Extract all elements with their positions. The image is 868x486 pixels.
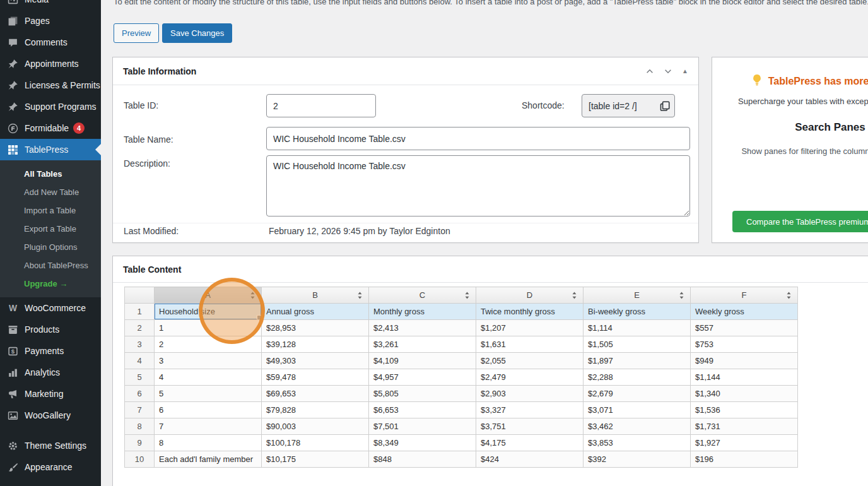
column-header-D[interactable]: D: [476, 287, 584, 304]
grid-cell-F6[interactable]: $1,340: [691, 386, 798, 402]
grid-corner-cell[interactable]: [125, 287, 155, 304]
grid-cell-D8[interactable]: $3,751: [476, 418, 584, 435]
sidebar-item-appointments[interactable]: Appointments: [0, 53, 101, 74]
grid-cell-A1[interactable]: Household size: [155, 304, 262, 320]
grid-cell-F9[interactable]: $1,927: [691, 435, 798, 451]
grid-cell-D4[interactable]: $2,055: [476, 353, 584, 369]
submenu-item-upgrade[interactable]: Upgrade →: [0, 275, 101, 293]
grid-cell-A7[interactable]: 6: [155, 402, 262, 418]
sort-icon[interactable]: [572, 291, 577, 299]
sort-icon[interactable]: [464, 291, 470, 299]
grid-cell-B9[interactable]: $100,178: [262, 435, 369, 451]
preview-button[interactable]: Preview: [114, 23, 159, 43]
grid-cell-A2[interactable]: 1: [155, 320, 262, 336]
grid-cell-F5[interactable]: $1,144: [691, 369, 798, 386]
grid-cell-B8[interactable]: $90,003: [262, 418, 369, 435]
grid-cell-C8[interactable]: $7,501: [369, 418, 476, 435]
sort-icon[interactable]: [250, 291, 255, 299]
grid-cell-B3[interactable]: $39,128: [262, 336, 369, 353]
sort-icon[interactable]: [357, 291, 363, 299]
submenu-item-import-a-table[interactable]: Import a Table: [0, 201, 101, 220]
sort-icon[interactable]: [786, 291, 792, 299]
grid-cell-C5[interactable]: $4,957: [369, 369, 476, 386]
sidebar-item-comments[interactable]: Comments: [0, 32, 101, 53]
move-down-icon[interactable]: [664, 67, 672, 76]
grid-cell-C2[interactable]: $2,413: [369, 320, 476, 336]
row-header-2[interactable]: 2: [125, 320, 155, 336]
table-content-header[interactable]: Table Content: [113, 256, 868, 283]
grid-cell-F2[interactable]: $557: [691, 320, 798, 336]
row-header-10[interactable]: 10: [125, 451, 155, 468]
column-header-C[interactable]: C: [369, 287, 476, 304]
grid-cell-C7[interactable]: $6,653: [369, 402, 476, 418]
sidebar-item-tablepress[interactable]: TablePress: [0, 139, 101, 160]
row-header-6[interactable]: 6: [125, 386, 155, 402]
row-header-9[interactable]: 9: [125, 435, 155, 451]
grid-cell-E2[interactable]: $1,114: [584, 320, 691, 336]
column-header-B[interactable]: B: [262, 287, 369, 304]
move-up-icon[interactable]: [645, 67, 654, 76]
submenu-item-about-tablepress[interactable]: About TablePress: [0, 256, 101, 275]
grid-cell-E9[interactable]: $3,853: [584, 435, 691, 451]
grid-cell-E8[interactable]: $3,462: [584, 418, 691, 435]
submenu-item-all-tables[interactable]: All Tables: [0, 165, 101, 183]
grid-cell-C4[interactable]: $4,109: [369, 353, 476, 369]
grid-cell-D2[interactable]: $1,207: [476, 320, 584, 336]
sidebar-item-analytics[interactable]: Analytics: [0, 362, 101, 383]
row-header-4[interactable]: 4: [125, 353, 155, 369]
grid-cell-A10[interactable]: Each add'l family member: [155, 451, 262, 468]
submenu-item-plugin-options[interactable]: Plugin Options: [0, 238, 101, 256]
collapse-panel-icon[interactable]: ▲: [682, 68, 688, 74]
grid-cell-A9[interactable]: 8: [155, 435, 262, 451]
save-changes-button[interactable]: Save Changes: [162, 23, 232, 43]
grid-cell-A8[interactable]: 7: [155, 418, 262, 435]
grid-cell-C9[interactable]: $8,349: [369, 435, 476, 451]
sidebar-item-formidable[interactable]: Formidable4: [0, 117, 101, 139]
table-name-field[interactable]: [266, 127, 690, 150]
compare-premium-button[interactable]: Compare the TablePress premium versions: [732, 211, 868, 232]
grid-cell-B10[interactable]: $10,175: [262, 451, 369, 468]
sidebar-item-woogallery[interactable]: WooGallery: [0, 405, 101, 426]
column-header-E[interactable]: E: [584, 287, 691, 304]
submenu-item-export-a-table[interactable]: Export a Table: [0, 220, 101, 238]
grid-cell-A6[interactable]: 5: [155, 386, 262, 402]
grid-cell-E3[interactable]: $1,505: [584, 336, 691, 353]
grid-cell-C6[interactable]: $5,805: [369, 386, 476, 402]
sidebar-item-pages[interactable]: Pages: [0, 10, 101, 32]
fill-handle[interactable]: [257, 315, 261, 319]
grid-cell-A4[interactable]: 3: [155, 353, 262, 369]
grid-cell-B1[interactable]: Annual gross: [262, 304, 369, 320]
grid-cell-A3[interactable]: 2: [155, 336, 262, 353]
sidebar-item-marketing[interactable]: Marketing: [0, 383, 101, 405]
grid-cell-C10[interactable]: $848: [369, 451, 476, 468]
table-information-header[interactable]: Table Information ▲: [113, 57, 698, 85]
grid-cell-B5[interactable]: $59,478: [262, 369, 369, 386]
row-header-8[interactable]: 8: [125, 418, 155, 435]
sort-icon[interactable]: [679, 291, 684, 299]
grid-cell-F4[interactable]: $949: [691, 353, 798, 369]
sidebar-item-payments[interactable]: $Payments: [0, 340, 101, 362]
sidebar-item-theme-settings[interactable]: Theme Settings: [0, 435, 101, 456]
grid-cell-D6[interactable]: $2,903: [476, 386, 584, 402]
grid-cell-B7[interactable]: $79,828: [262, 402, 369, 418]
grid-cell-F10[interactable]: $196: [691, 451, 798, 468]
grid-cell-C1[interactable]: Monthly gross: [369, 304, 476, 320]
row-header-1[interactable]: 1: [125, 304, 155, 320]
grid-cell-D9[interactable]: $4,175: [476, 435, 584, 451]
grid-cell-F8[interactable]: $1,731: [691, 418, 798, 435]
copy-shortcode-button[interactable]: [658, 99, 672, 113]
grid-cell-E10[interactable]: $392: [584, 451, 691, 468]
grid-cell-E6[interactable]: $2,679: [584, 386, 691, 402]
grid-cell-D5[interactable]: $2,479: [476, 369, 584, 386]
grid-cell-E4[interactable]: $1,897: [584, 353, 691, 369]
grid-cell-C3[interactable]: $3,261: [369, 336, 476, 353]
submenu-item-add-new-table[interactable]: Add New Table: [0, 183, 101, 201]
sidebar-item-media[interactable]: Media: [0, 0, 101, 10]
grid-cell-F1[interactable]: Weekly gross: [691, 304, 798, 320]
grid-cell-B6[interactable]: $69,653: [262, 386, 369, 402]
grid-cell-E1[interactable]: Bi-weekly gross: [584, 304, 691, 320]
grid-cell-B4[interactable]: $49,303: [262, 353, 369, 369]
grid-cell-A5[interactable]: 4: [155, 369, 262, 386]
row-header-5[interactable]: 5: [125, 369, 155, 386]
table-id-field[interactable]: [266, 94, 376, 117]
